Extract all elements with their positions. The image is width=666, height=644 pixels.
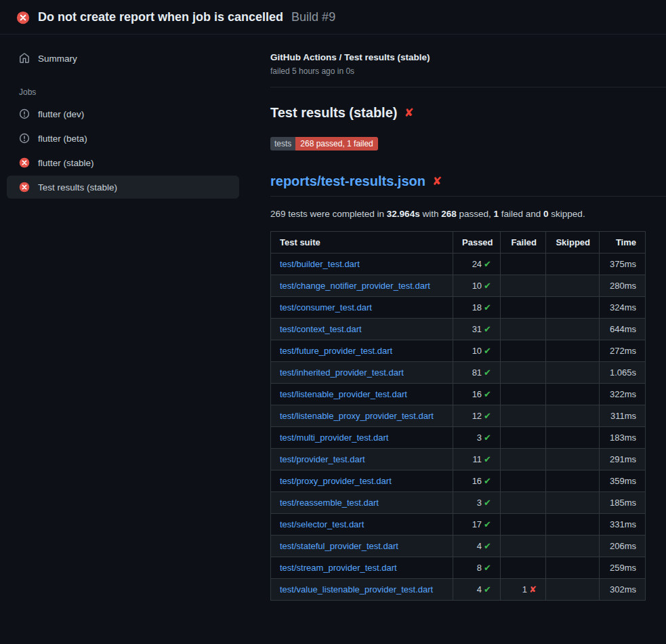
- passed-cell: 18✔: [453, 297, 501, 319]
- suite-link[interactable]: test/stream_provider_test.dart: [280, 563, 397, 573]
- suite-cell: test/inherited_provider_test.dart: [271, 362, 453, 384]
- passed-count: 16: [472, 389, 482, 399]
- suite-link[interactable]: test/selector_test.dart: [280, 519, 364, 529]
- passed-count: 17: [472, 519, 482, 529]
- cancelled-icon: [19, 108, 30, 119]
- passed-cell: 12✔: [453, 405, 501, 427]
- suite-cell: test/stateful_provider_test.dart: [271, 536, 453, 557]
- skipped-cell: [546, 340, 600, 362]
- skipped-cell: [546, 297, 600, 319]
- failed-icon: [19, 182, 30, 193]
- passed-cell: 11✔: [453, 449, 501, 470]
- suite-link[interactable]: test/value_listenable_provider_test.dart: [280, 584, 433, 595]
- time-cell: 259ms: [600, 557, 646, 579]
- passed-cell: 81✔: [453, 362, 501, 384]
- failed-x-icon: ✘: [404, 107, 413, 119]
- table-row: test/proxy_provider_test.dart 16✔ 359ms: [271, 470, 646, 492]
- failed-cell: [501, 384, 546, 405]
- skipped-cell: [546, 470, 600, 492]
- suite-link[interactable]: test/reassemble_test.dart: [280, 498, 379, 508]
- suite-link[interactable]: test/change_notifier_provider_test.dart: [280, 281, 430, 291]
- check-title: Test results (stable) ✘: [270, 105, 666, 121]
- failed-cell: [501, 405, 546, 427]
- skipped-cell: [546, 384, 600, 405]
- passed-cell: 4✔: [453, 579, 501, 601]
- sidebar-item-summary[interactable]: Summary: [7, 47, 239, 70]
- check-icon: ✔: [484, 541, 491, 551]
- skipped-cell: [546, 449, 600, 470]
- table-row: test/listenable_proxy_provider_test.dart…: [271, 405, 646, 427]
- suite-cell: test/stream_provider_test.dart: [271, 557, 453, 579]
- table-row: test/reassemble_test.dart 3✔ 185ms: [271, 492, 646, 514]
- passed-cell: 4✔: [453, 536, 501, 557]
- passed-count: 31: [472, 324, 482, 334]
- skipped-cell: [546, 405, 600, 427]
- suite-link[interactable]: test/listenable_provider_test.dart: [280, 389, 407, 399]
- check-icon: ✔: [484, 498, 491, 508]
- failed-cell: [501, 319, 546, 340]
- skipped-cell: [546, 557, 600, 579]
- suite-link[interactable]: test/builder_test.dart: [280, 259, 360, 269]
- sidebar-item-flutter-dev[interactable]: flutter (dev): [7, 102, 239, 125]
- summary-text: failed and: [499, 209, 543, 219]
- table-row: test/listenable_provider_test.dart 16✔ 3…: [271, 384, 646, 405]
- skipped-cell: [546, 319, 600, 340]
- suite-cell: test/consumer_test.dart: [271, 297, 453, 319]
- failed-icon: [19, 157, 30, 168]
- failed-x-icon: ✘: [432, 176, 442, 187]
- check-icon: ✔: [484, 302, 491, 313]
- suite-cell: test/value_listenable_provider_test.dart: [271, 579, 453, 601]
- suite-link[interactable]: test/proxy_provider_test.dart: [280, 476, 392, 486]
- suite-link[interactable]: test/inherited_provider_test.dart: [280, 367, 404, 378]
- summary-duration: 32.964s: [387, 209, 420, 219]
- column-header-passed: Passed: [453, 232, 501, 254]
- summary-failed-count: 1: [494, 209, 499, 219]
- suite-cell: test/proxy_provider_test.dart: [271, 470, 453, 492]
- check-icon: ✔: [484, 324, 491, 334]
- passed-count: 10: [472, 281, 482, 291]
- suite-link[interactable]: test/consumer_test.dart: [280, 302, 372, 313]
- time-cell: 311ms: [600, 405, 646, 427]
- suite-link[interactable]: test/multi_provider_test.dart: [280, 432, 388, 443]
- check-icon: ✔: [484, 411, 491, 421]
- passed-count: 3: [477, 432, 482, 443]
- passed-count: 8: [477, 563, 482, 573]
- summary-text: passed,: [457, 209, 494, 219]
- sidebar-item-flutter-stable[interactable]: flutter (stable): [7, 151, 239, 174]
- build-number: Build #9: [291, 10, 335, 24]
- table-row: test/provider_test.dart 11✔ 291ms: [271, 449, 646, 470]
- summary-text: with: [420, 209, 442, 219]
- column-header-time: Time: [600, 232, 646, 254]
- skipped-cell: [546, 579, 600, 601]
- column-header-skipped: Skipped: [546, 232, 600, 254]
- check-icon: ✔: [484, 367, 491, 378]
- skipped-cell: [546, 427, 600, 449]
- failed-cell: [501, 470, 546, 492]
- suite-link[interactable]: test/stateful_provider_test.dart: [280, 541, 398, 551]
- summary-line: 269 tests were completed in 32.964s with…: [270, 209, 666, 219]
- skipped-cell: [546, 275, 600, 297]
- suite-link[interactable]: test/provider_test.dart: [280, 454, 365, 464]
- check-icon: ✔: [484, 346, 491, 356]
- suite-cell: test/reassemble_test.dart: [271, 492, 453, 514]
- column-header-test-suite: Test suite: [271, 232, 453, 254]
- table-row: test/future_provider_test.dart 10✔ 272ms: [271, 340, 646, 362]
- report-link[interactable]: reports/test-results.json: [270, 174, 425, 189]
- sidebar-item-test-results-stable[interactable]: Test results (stable): [7, 176, 239, 199]
- failed-cell: [501, 536, 546, 557]
- sidebar-item-flutter-beta[interactable]: flutter (beta): [7, 127, 239, 150]
- time-cell: 185ms: [600, 492, 646, 514]
- page-title: Do not create report when job is cancell…: [38, 10, 283, 24]
- passed-count: 10: [472, 346, 482, 356]
- suite-link[interactable]: test/future_provider_test.dart: [280, 346, 392, 356]
- suite-link[interactable]: test/context_test.dart: [280, 324, 362, 334]
- check-icon: ✔: [484, 281, 491, 291]
- badge-label: tests: [270, 137, 295, 150]
- tests-badge: tests 268 passed, 1 failed: [270, 137, 378, 150]
- check-run-header: Do not create report when job is cancell…: [0, 0, 666, 35]
- job-label: Test results (stable): [38, 182, 117, 193]
- badge-value: 268 passed, 1 failed: [295, 137, 377, 150]
- suite-cell: test/listenable_provider_test.dart: [271, 384, 453, 405]
- summary-passed-count: 268: [441, 209, 457, 219]
- suite-link[interactable]: test/listenable_proxy_provider_test.dart: [280, 411, 434, 421]
